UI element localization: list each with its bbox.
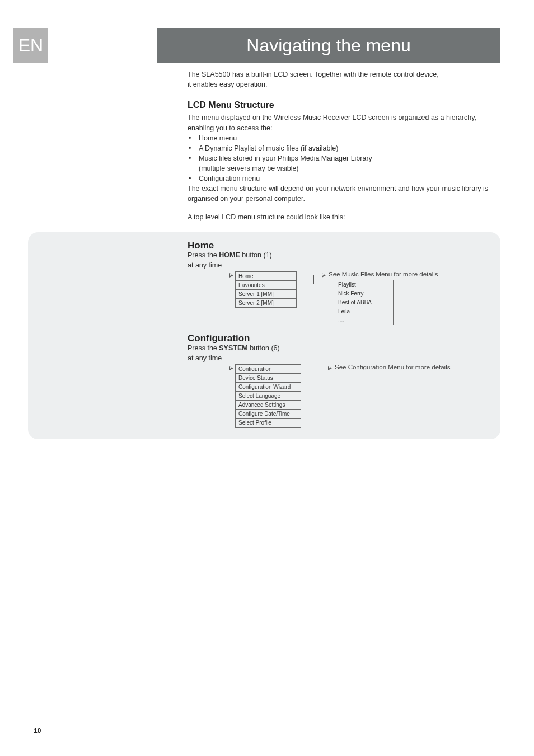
menu-cell: Configure Date/Time (236, 410, 301, 419)
config-diagram: Configuration Device Status Configuratio… (188, 364, 489, 437)
section-p3: A top level LCD menu structure could loo… (188, 212, 501, 222)
intro-text: The SLA5500 has a built-in LCD screen. T… (188, 69, 501, 90)
section-p2: The exact menu structure will depend on … (188, 184, 501, 204)
bullet-item: Home menu (188, 133, 501, 143)
arrowhead-icon (322, 273, 326, 278)
press-pre: Press the (188, 344, 219, 352)
menu-cell: Leila (335, 307, 393, 316)
arrowhead-icon (328, 366, 332, 370)
connector-line (301, 368, 328, 368)
home-press-line: Press the HOME button (1) (188, 251, 489, 259)
arrowhead-icon (229, 366, 233, 370)
menu-cell: Advanced Settings (236, 401, 301, 410)
page-title: Navigating the menu (157, 28, 500, 63)
connector-line (313, 275, 314, 284)
menu-cell: Playlist (335, 280, 393, 289)
intro-line2: it enables easy operation. (188, 81, 267, 88)
press-bold: HOME (219, 251, 240, 259)
section-heading-lcd: LCD Menu Structure (188, 98, 501, 111)
language-badge: EN (13, 28, 48, 63)
menu-cell: Configuration (236, 365, 301, 374)
home-menu-box: Home Favourites Server 1 [MM] Server 2 [… (235, 271, 297, 308)
menu-cell: Configuration Wizard (236, 383, 301, 392)
page-number: 10 (34, 727, 41, 735)
connector-line (199, 368, 229, 368)
connector-line (313, 284, 335, 284)
bullet-subitem: (multiple servers may be visible) (199, 163, 501, 173)
connector-line (199, 275, 229, 275)
menu-cell: Best of ABBA (335, 298, 393, 307)
main-content: The SLA5500 has a built-in LCD screen. T… (188, 69, 501, 230)
menu-cell: Server 1 [MM] (236, 290, 296, 299)
home-anytime: at any time (188, 261, 489, 269)
connector-line (297, 275, 322, 275)
menu-cell: .... (335, 316, 393, 325)
bullet-item: A Dynamic Playlist of music files (if av… (188, 143, 501, 153)
arrowhead-icon (229, 273, 233, 278)
config-heading: Configuration (188, 333, 489, 344)
menu-cell: Device Status (236, 374, 301, 383)
bullet-item: Configuration menu (188, 173, 501, 184)
home-submenu-box: Playlist Nick Ferry Best of ABBA Leila .… (335, 280, 394, 325)
diagram-panel: Home Press the HOME button (1) at any ti… (28, 232, 500, 439)
config-menu-box: Configuration Device Status Configuratio… (235, 364, 301, 428)
menu-cell: Home (236, 272, 296, 281)
home-ref-text: See Music Files Menu for more details (329, 271, 438, 278)
press-post: button (1) (240, 251, 272, 259)
press-pre: Press the (188, 251, 219, 259)
menu-cell: Nick Ferry (335, 289, 393, 298)
config-press-line: Press the SYSTEM button (6) (188, 344, 489, 352)
menu-cell: Select Profile (236, 419, 301, 427)
menu-cell: Select Language (236, 392, 301, 401)
press-post: button (6) (248, 344, 280, 352)
config-ref-text: See Configuration Menu for more details (335, 364, 450, 370)
section-p1: The menu displayed on the Wireless Music… (188, 112, 501, 133)
menu-cell: Server 2 [MM] (236, 299, 296, 307)
press-bold: SYSTEM (219, 344, 247, 352)
home-heading: Home (188, 240, 489, 251)
bullet-item: Music files stored in your Philips Media… (188, 153, 501, 163)
config-anytime: at any time (188, 354, 489, 362)
menu-cell: Favourites (236, 281, 296, 290)
intro-line1: The SLA5500 has a built-in LCD screen. T… (188, 71, 439, 78)
bullet-list: Home menu A Dynamic Playlist of music fi… (188, 133, 501, 184)
home-diagram: Home Favourites Server 1 [MM] Server 2 [… (188, 271, 489, 333)
